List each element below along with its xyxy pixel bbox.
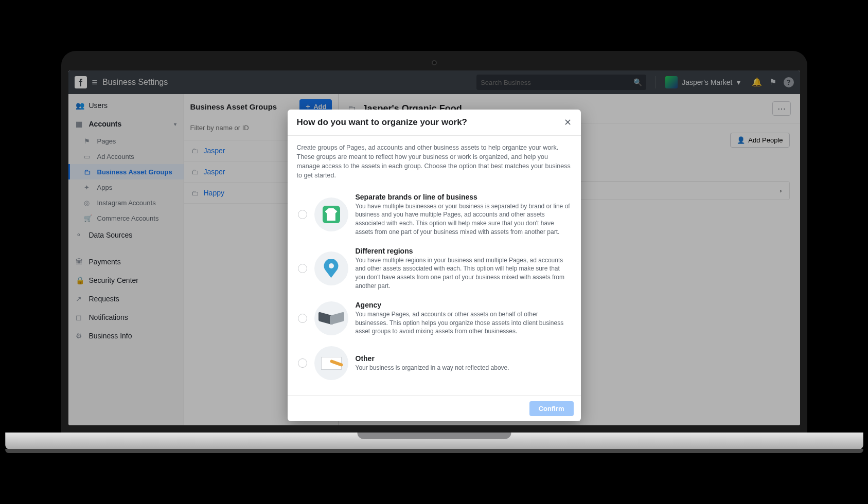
laptop-camera	[432, 60, 437, 65]
option-desc: You manage Pages, ad accounts or other a…	[356, 310, 571, 336]
option-agency[interactable]: Agency You manage Pages, ad accounts or …	[297, 296, 572, 341]
laptop-base	[5, 433, 863, 450]
option-regions[interactable]: Different regions You have multiple regi…	[297, 242, 572, 296]
modal-title: How do you want to organize your work?	[297, 117, 468, 128]
radio[interactable]	[298, 358, 307, 368]
option-other[interactable]: Other Your business is organized in a wa…	[297, 341, 572, 385]
organize-work-modal: How do you want to organize your work? ✕…	[288, 110, 581, 421]
option-title: Other	[356, 354, 509, 363]
confirm-button[interactable]: Confirm	[529, 401, 574, 416]
radio[interactable]	[298, 314, 307, 323]
regions-illustration	[314, 251, 348, 285]
radio[interactable]	[298, 264, 307, 273]
radio[interactable]	[298, 210, 307, 219]
other-illustration	[314, 346, 348, 380]
option-brands[interactable]: Separate brands or line of business You …	[297, 188, 572, 242]
option-desc: You have multiple regions in your busine…	[356, 256, 571, 291]
option-title: Different regions	[356, 247, 571, 255]
option-title: Agency	[356, 301, 571, 309]
option-desc: You have multiple businesses or your bus…	[356, 202, 571, 237]
option-title: Separate brands or line of business	[356, 193, 571, 201]
modal-intro: Create groups of Pages, ad accounts and …	[297, 143, 572, 181]
brands-illustration	[314, 197, 348, 231]
close-icon[interactable]: ✕	[564, 117, 572, 128]
agency-illustration	[314, 301, 348, 335]
option-desc: Your business is organized in a way not …	[356, 364, 509, 372]
